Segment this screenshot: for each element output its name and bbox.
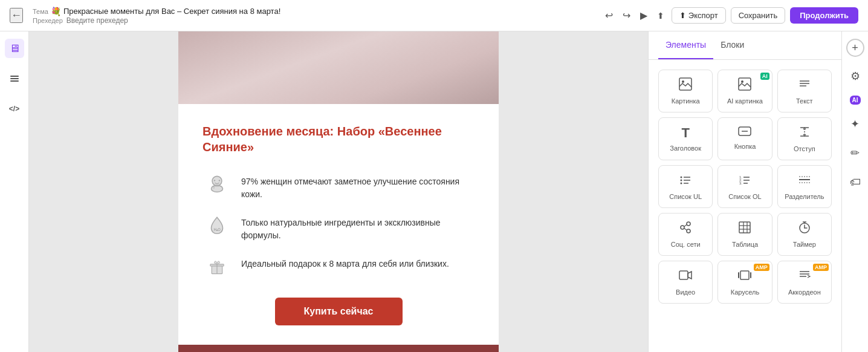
right-panel: Элементы Блоки Картинка AI AI картинка (648, 31, 841, 352)
tema-emoji: 💐 (51, 7, 61, 16)
save-button[interactable]: Сохранить (731, 7, 786, 24)
email-hero-image (178, 31, 499, 104)
ol-card-icon: 1.2.3. (738, 173, 751, 189)
accordion-card-icon (798, 269, 811, 285)
svg-rect-56 (740, 271, 749, 279)
ul-card-label: Список UL (669, 193, 702, 200)
svg-point-14 (682, 80, 684, 83)
ai-image-element-card[interactable]: AI AI картинка (717, 70, 772, 112)
tab-elements[interactable]: Элементы (658, 31, 713, 59)
text-element-card[interactable]: Текст (777, 70, 832, 112)
ul-card-icon (679, 173, 692, 189)
ai-image-card-icon (738, 77, 751, 94)
carousel-card-icon (738, 269, 751, 285)
list-item: H₂O Только натуральные ингредиенты и экс… (202, 210, 474, 242)
ol-element-card[interactable]: 1.2.3. Список OL (717, 165, 772, 208)
far-right-sidebar: + ⚙ AI ✦ ✏ 🏷 (841, 31, 868, 352)
ul-element-card[interactable]: Список UL (658, 165, 713, 208)
feature-list: 97% женщин отмечают заметное улучшение с… (202, 169, 474, 281)
continue-button[interactable]: Продолжить (790, 7, 858, 24)
svg-rect-45 (739, 222, 750, 233)
svg-point-3 (212, 176, 222, 186)
heading-element-card[interactable]: T Заголовок (658, 117, 713, 160)
heading-card-label: Заголовок (670, 145, 701, 152)
timer-card-label: Таймер (793, 241, 816, 248)
topbar: ← Тема 💐 Прекрасные моменты для Вас – Се… (0, 0, 868, 31)
water-icon: H₂O (202, 210, 232, 240)
carousel-element-card[interactable]: AMP Карусель (717, 261, 772, 304)
svg-rect-0 (10, 76, 19, 77)
topbar-meta: Тема 💐 Прекрасные моменты для Вас – Секр… (33, 7, 593, 25)
send-button[interactable]: ▶ (638, 7, 650, 24)
svg-rect-1 (10, 78, 19, 79)
divider-element-card[interactable]: Разделитель (777, 165, 832, 208)
svg-rect-8 (213, 186, 215, 189)
back-button[interactable]: ← (10, 8, 23, 23)
accordion-card-label: Аккордеон (788, 288, 821, 296)
svg-point-40 (681, 226, 684, 229)
preheader-label: Прехедер (33, 17, 63, 24)
svg-point-6 (219, 180, 220, 181)
buy-button-wrap: Купить сейчас (202, 298, 474, 325)
export-label: Экспорт (688, 11, 718, 20)
svg-text:H₂O: H₂O (213, 227, 221, 232)
button-card-label: Кнопка (734, 143, 756, 150)
export-button[interactable]: ⬆ Экспорт (672, 7, 726, 24)
image-element-card[interactable]: Картинка (658, 70, 713, 112)
edit-icon[interactable]: ✏ (846, 143, 865, 163)
undo-button[interactable]: ↩ (603, 7, 615, 24)
add-element-button[interactable]: + (846, 39, 864, 57)
text-card-label: Текст (796, 97, 813, 105)
email-title: Прекрасные моменты для Вас – Секрет сиян… (63, 7, 280, 16)
export-icon: ⬆ (679, 11, 686, 20)
sidebar-code-icon[interactable]: </> (5, 99, 24, 119)
tab-blocks[interactable]: Блоки (713, 31, 751, 59)
timer-element-card[interactable]: Таймер (777, 213, 832, 256)
button-element-card[interactable]: Кнопка (717, 117, 772, 160)
image-card-label: Картинка (672, 97, 700, 105)
tag-icon[interactable]: 🏷 (846, 172, 865, 192)
video-card-label: Видео (676, 288, 695, 296)
sidebar-monitor-icon[interactable]: 🖥 (5, 39, 24, 58)
svg-text:3.: 3. (739, 181, 742, 185)
left-sidebar: 🖥 </> (0, 31, 29, 352)
right-panel-tabs: Элементы Блоки (649, 31, 841, 60)
text-card-icon (798, 77, 811, 94)
list-item: 97% женщин отмечают заметное улучшение с… (202, 169, 474, 201)
svg-point-41 (687, 222, 690, 226)
spacer-card-label: Отступ (794, 145, 815, 152)
social-element-card[interactable]: Соц. сети (658, 213, 713, 256)
feature-text-3: Идеальный подарок к 8 марта для себя или… (241, 252, 449, 270)
buy-button[interactable]: Купить сейчас (275, 298, 403, 325)
video-card-icon (679, 269, 692, 285)
elements-grid: Картинка AI AI картинка Текст T Заго (649, 60, 841, 313)
preheader-input[interactable] (66, 16, 187, 25)
email-body: Вдохновение месяца: Набор «Весеннее Сиян… (178, 104, 499, 345)
canvas-area: Вдохновение месяца: Набор «Весеннее Сиян… (29, 31, 648, 352)
accordion-element-card[interactable]: AMP Аккордеон (777, 261, 832, 304)
heading-card-icon: T (681, 125, 689, 141)
ai-label[interactable]: AI (850, 96, 861, 105)
sparkle-icon[interactable]: ✦ (846, 114, 865, 134)
svg-rect-55 (679, 271, 688, 279)
settings-icon[interactable]: ⚙ (846, 67, 865, 86)
table-card-icon (738, 221, 751, 237)
svg-rect-2 (10, 80, 19, 82)
svg-point-27 (681, 180, 682, 181)
feature-text-1: 97% женщин отмечают заметное улучшение с… (241, 169, 474, 201)
spacer-element-card[interactable]: Отступ (777, 117, 832, 160)
image-card-icon (679, 77, 692, 94)
table-card-label: Таблица (732, 241, 758, 248)
spacer-card-icon (798, 125, 811, 142)
sidebar-layers-icon[interactable] (5, 69, 24, 88)
feature-text-2: Только натуральные ингредиенты и эксклюз… (241, 210, 474, 242)
social-card-label: Соц. сети (671, 241, 701, 248)
video-element-card[interactable]: Видео (658, 261, 713, 304)
social-card-icon (679, 221, 692, 237)
topbar-actions: ↩ ↪ ▶ ⬆ ⬆ Экспорт Сохранить Продолжить (603, 7, 858, 24)
face-icon (202, 169, 232, 198)
upload-button[interactable]: ⬆ (655, 8, 667, 23)
redo-button[interactable]: ↪ (620, 7, 633, 24)
table-element-card[interactable]: Таблица (717, 213, 772, 256)
divider-card-icon (798, 173, 811, 189)
